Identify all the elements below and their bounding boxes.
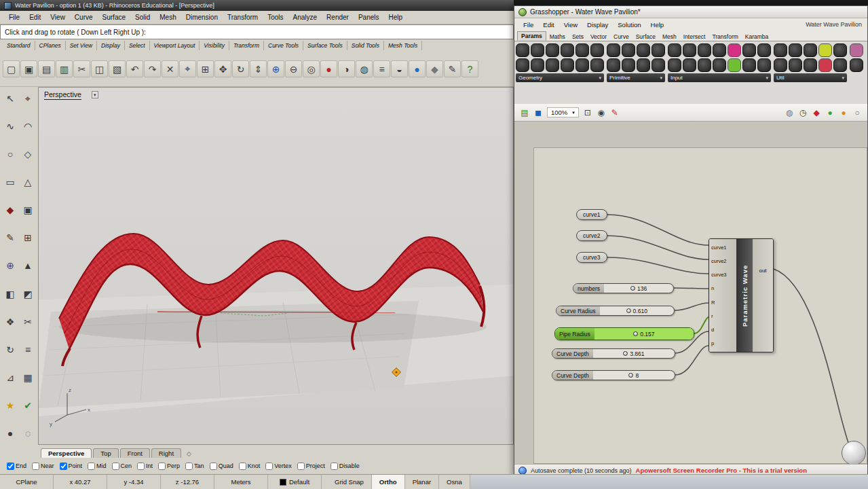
trim-icon[interactable]: ◧ [3,287,18,302]
menu-item-curve[interactable]: Curve [70,12,98,22]
print-icon[interactable]: ▥ [56,60,73,77]
plane-icon[interactable]: ⊞ [20,230,35,245]
gh-tab-intersect[interactable]: Intersect [680,33,709,41]
component-icon[interactable] [713,58,726,72]
component-icon[interactable] [742,58,756,72]
rectangle-icon[interactable]: ▭ [3,175,18,189]
slider-handle[interactable] [626,308,631,313]
sketch-icon[interactable]: ✎ [3,230,18,245]
component-icon[interactable] [818,58,832,72]
shaded-view-icon[interactable]: ◑ [338,60,355,77]
component-icon[interactable] [668,58,681,72]
split-icon[interactable]: ◩ [20,287,35,302]
component-icon[interactable] [575,58,589,72]
osnap-toggle-mid[interactable]: Mid [88,463,107,470]
component-icon[interactable] [833,43,847,57]
point-icon[interactable]: ⌖ [20,91,35,106]
toolbar-tab-cplanes[interactable]: CPlanes [35,41,66,50]
pointer-icon[interactable]: ⌖ [179,60,196,77]
status-field-meters[interactable]: Meters [214,475,268,489]
green-sphere-icon[interactable]: ● [824,107,836,119]
viewport-menu-chevron-icon[interactable]: ▾ [92,91,98,98]
preview-eye-icon[interactable]: ◉ [595,107,607,119]
component-icon[interactable] [757,43,771,57]
dashed-circle-icon[interactable]: ◌ [20,426,35,441]
component-icon[interactable] [546,58,559,72]
component-icon[interactable] [652,58,665,72]
toolbar-tab-solid-tools[interactable]: Solid Tools [347,41,384,50]
gh-tab-sets[interactable]: Sets [569,33,587,41]
osnap-checkbox-point[interactable] [60,463,67,470]
menu-item-solid[interactable]: Solid [130,12,155,22]
menu-item-help[interactable]: Help [384,12,408,22]
menu-item-tools[interactable]: Tools [263,12,288,22]
component-icon[interactable] [668,43,681,57]
slider-curve-radius[interactable]: Curve Radius 0.610 [556,306,675,316]
component-icon[interactable] [774,43,787,57]
status-field-y[interactable]: y -4.34 [107,475,161,489]
component-icon[interactable] [561,58,574,72]
gh-tab-curve[interactable]: Curve [610,33,633,41]
palette-category-input[interactable]: Input▾ [668,73,771,82]
osnap-checkbox-cen[interactable] [112,463,119,470]
component-icon[interactable] [607,43,620,57]
osnap-toggle-disable[interactable]: Disable [331,463,360,470]
param-node-curve1[interactable]: curve1 [576,209,607,220]
osnap-checkbox-end[interactable] [7,463,14,470]
input-d[interactable]: d [711,327,734,333]
layer-panel-icon[interactable]: ≡ [373,60,390,77]
gh-menu-solution[interactable]: Solution [613,20,645,29]
osnap-checkbox-int[interactable] [137,463,145,470]
component-icon[interactable] [516,43,529,57]
component-icon[interactable] [818,43,832,57]
gh-tab-params[interactable]: Params [517,31,546,41]
wireframe-view-icon[interactable]: ◍ [356,60,373,77]
component-icon[interactable] [850,58,863,72]
component-icon[interactable] [698,58,711,72]
palette-category-primitive[interactable]: Primitive▾ [607,73,665,82]
array-icon[interactable]: ❖ [3,314,18,329]
delete-icon[interactable]: ✕ [162,60,178,77]
gh-tab-vector[interactable]: Vector [587,33,610,41]
warning-diamond-icon[interactable]: ◆ [810,107,823,119]
slider-numbers[interactable]: numbers 136 [573,283,674,293]
fillet-icon[interactable]: ⊿ [3,370,18,385]
arc-icon[interactable]: ◠ [20,119,35,134]
gh-menu-view[interactable]: View [559,20,582,29]
input-curve3[interactable]: curve3 [711,272,734,278]
palette-category-geometry[interactable]: Geometry▾ [516,73,604,82]
menu-item-dimension[interactable]: Dimension [181,12,223,22]
save-file-icon[interactable]: ▤ [38,60,55,77]
solid-icon[interactable]: ◆ [3,202,18,217]
white-sphere-icon[interactable]: ○ [851,107,863,119]
slider-track[interactable]: 3.861 [593,349,675,358]
grasshopper-canvas[interactable]: curve1 curve2 curve3 numbers 136 Curve R… [514,122,867,464]
component-icon[interactable] [728,58,741,72]
ellipse-icon[interactable]: ◇ [20,147,35,162]
gh-tab-surface[interactable]: Surface [633,33,659,41]
component-icon[interactable] [622,43,635,57]
component-icon[interactable] [774,58,787,72]
osnap-checkbox-project[interactable] [297,463,305,470]
pan-icon[interactable]: ✥ [214,60,231,77]
gh-menu-file[interactable]: File [518,20,538,29]
osnap-toggle-int[interactable]: Int [137,463,153,470]
toolbar-tab-select[interactable]: Select [125,41,150,50]
status-button-grid-snap[interactable]: Grid Snap [327,475,372,489]
grasshopper-title-bar[interactable]: Grasshopper - Water Wave Pavilion* [514,6,867,18]
osnap-checkbox-mid[interactable] [88,463,95,470]
zoom-out-icon[interactable]: ⊖ [285,60,302,77]
slider-handle[interactable] [633,331,638,336]
osnap-toggle-near[interactable]: Near [32,463,54,470]
toolbar-tab-standard[interactable]: Standard [3,41,35,50]
viewport-tab-front[interactable]: Front [120,448,150,458]
status-field-default[interactable]: Default [268,475,322,489]
material-sphere-icon[interactable]: ● [409,60,426,77]
component-icon[interactable] [590,43,604,57]
toolbar-tab-visibility[interactable]: Visibility [200,41,229,50]
scale-icon[interactable]: ⇕ [250,60,267,77]
gh-menu-edit[interactable]: Edit [538,20,559,29]
viewport-3d-canvas[interactable]: z x y [39,88,514,445]
sketch-tool-icon[interactable]: ✎ [609,107,621,119]
osnap-checkbox-near[interactable] [32,463,39,470]
